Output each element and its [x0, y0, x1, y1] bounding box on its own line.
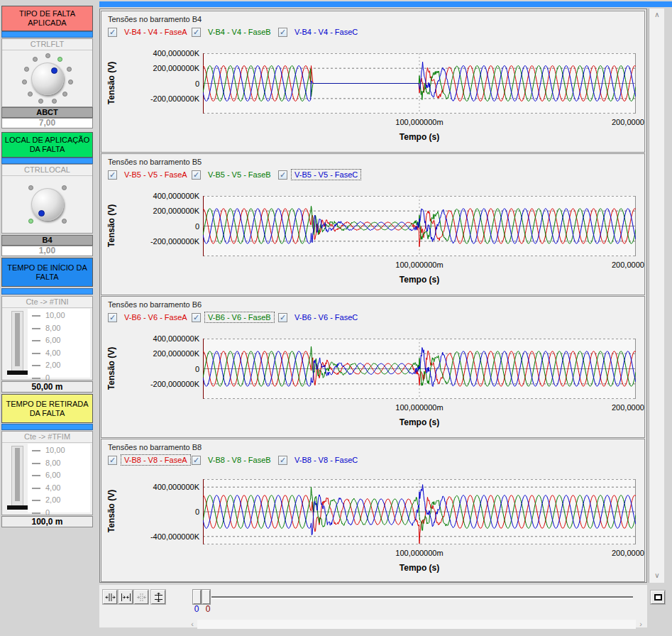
y-tick-label: -200,000000K: [141, 380, 199, 388]
chart-title: Tensões no barramento B4: [108, 15, 202, 23]
horizontal-scrollbar[interactable]: [197, 620, 636, 629]
plot-area: [203, 53, 636, 114]
x-axis-label: Tempo (s): [377, 132, 462, 142]
slider-scale-tick: 4,00: [32, 483, 60, 492]
cursor-thumb-2[interactable]: [202, 590, 210, 604]
legend-checkbox[interactable]: ✓: [192, 456, 201, 465]
hscroll-left-button[interactable]: ‹: [187, 620, 197, 629]
tini-value[interactable]: 50,00 m: [1, 381, 93, 393]
knob-dial[interactable]: [31, 62, 64, 95]
legend-label[interactable]: V-B4 - V4 - FaseC: [292, 27, 360, 37]
chart-title: Tensões no barramento B8: [108, 443, 202, 451]
ctrlflt-label-bar: ABCT: [1, 107, 93, 118]
ctrlflt-knob[interactable]: [2, 50, 92, 107]
fault-removal-header: TEMPO DE RETIRADA DA FALTA: [1, 394, 93, 423]
scroll-up-button[interactable]: ∧: [651, 9, 663, 21]
legend-label[interactable]: V-B4 - V4 - FaseB: [205, 27, 274, 37]
fit-x-button[interactable]: [134, 590, 148, 604]
cursor-thumb-1[interactable]: [193, 590, 201, 604]
tick-label: 2,00: [45, 495, 60, 504]
legend-row: ✓V-B8 - V8 - FaseA✓V-B8 - V8 - FaseB✓V-B…: [101, 455, 644, 468]
fault-removal-strip: [1, 424, 93, 430]
chart-panel: Tensões no barramento B6 ✓V-B6 - V6 - Fa…: [101, 296, 645, 438]
full-view-button[interactable]: [651, 591, 665, 604]
legend-item: ✓V-B6 - V6 - FaseB: [192, 312, 274, 322]
legend-label[interactable]: V-B8 - V8 - FaseB: [205, 455, 274, 465]
legend-checkbox[interactable]: ✓: [108, 456, 117, 465]
tick-dash: [32, 328, 40, 329]
y-tick-label: -400,000000K: [141, 532, 199, 541]
tini-slider-panel: Cte -> #TINI 10,008,006,004,002,000: [1, 296, 93, 380]
legend-item: ✓V-B8 - V8 - FaseC: [278, 455, 360, 465]
scroll-down-button[interactable]: ∨: [651, 570, 663, 582]
knob-tick-dot: [62, 219, 67, 224]
x-tick-label: 200,000000m: [612, 118, 645, 126]
legend-item: ✓V-B5 - V5 - FaseC: [278, 170, 360, 180]
waveform-svg: [203, 339, 636, 399]
expand-x-button[interactable]: [103, 590, 117, 604]
ctrllocal-caption: CTRLLOCAL: [2, 165, 92, 176]
legend-checkbox[interactable]: ✓: [108, 170, 117, 180]
legend-label[interactable]: V-B8 - V8 - FaseA: [121, 455, 190, 465]
legend-checkbox[interactable]: ✓: [192, 313, 201, 322]
fault-removal-header-label: TEMPO DE RETIRADA DA FALTA: [3, 400, 92, 418]
y-axis-label: Tensão (V): [106, 48, 116, 119]
ctrllocal-label-bar: B4: [1, 235, 93, 246]
legend-label[interactable]: V-B6 - V6 - FaseA: [121, 312, 190, 322]
legend-checkbox[interactable]: ✓: [192, 28, 201, 37]
x-tick-label: 100,000000m: [377, 118, 462, 126]
x-tick-label: 100,000000m: [377, 261, 462, 269]
y-tick-label: 200,000000K: [141, 349, 199, 358]
tick-dash: [32, 500, 40, 501]
ctrlflt-caption: CTRLFLT: [2, 39, 92, 50]
tick-dash: [32, 353, 40, 354]
tini-slider[interactable]: 10,008,006,004,002,000: [2, 308, 92, 381]
tfim-slider[interactable]: 10,008,006,004,002,000: [2, 443, 92, 516]
pane-titlebar[interactable]: [99, 1, 672, 7]
legend-label[interactable]: V-B8 - V8 - FaseC: [292, 455, 360, 465]
y-tick-label: -200,000000K: [141, 94, 199, 103]
slider-handle[interactable]: [7, 505, 28, 511]
legend-label[interactable]: V-B6 - V6 - FaseB: [205, 312, 274, 322]
fault-type-header: TIPO DE FALTA APLICADA: [1, 6, 93, 31]
legend-label[interactable]: V-B5 - V5 - FaseA: [121, 170, 190, 180]
knob-dial[interactable]: [31, 188, 64, 221]
legend-checkbox[interactable]: ✓: [278, 28, 287, 37]
compress-x-icon: [121, 592, 131, 603]
slider-scale-tick: 6,00: [32, 336, 60, 344]
legend-checkbox[interactable]: ✓: [108, 313, 117, 322]
knob-tick-dot: [22, 80, 27, 84]
compress-x-button[interactable]: [119, 590, 133, 604]
knob-indicator-dot: [38, 210, 45, 216]
tfim-value[interactable]: 100,0 m: [1, 516, 93, 527]
ctrllocal-value[interactable]: 1,00: [1, 246, 93, 256]
y-tick-label: -200,000000K: [141, 237, 199, 246]
x-tick-label: 200,000000m: [612, 549, 645, 557]
legend-label[interactable]: V-B5 - V5 - FaseC: [292, 170, 360, 180]
legend-checkbox[interactable]: ✓: [278, 456, 287, 465]
x-tick-label: 200,000000m: [612, 261, 645, 269]
legend-checkbox[interactable]: ✓: [278, 170, 287, 180]
legend-label[interactable]: V-B5 - V5 - FaseB: [205, 170, 274, 180]
ctrlflt-panel: CTRLFLT: [1, 38, 93, 107]
legend-row: ✓V-B5 - V5 - FaseA✓V-B5 - V5 - FaseB✓V-B…: [101, 170, 644, 182]
vertical-scrollbar[interactable]: ∧ ∨: [649, 9, 664, 583]
slider-track[interactable]: [11, 446, 23, 508]
y-tick-label: 400,000000K: [141, 334, 199, 343]
y-tick-label: 0: [141, 80, 199, 88]
hscroll-right-button[interactable]: ›: [636, 620, 646, 629]
legend-checkbox[interactable]: ✓: [192, 170, 201, 180]
knob-tick-dot: [33, 57, 38, 62]
slider-handle[interactable]: [7, 371, 28, 376]
y-tick-label: 200,000000K: [141, 64, 199, 72]
autoscale-y-button[interactable]: [151, 590, 165, 604]
ctrlflt-value[interactable]: 7,00: [1, 118, 93, 128]
legend-checkbox[interactable]: ✓: [278, 313, 287, 322]
legend-checkbox[interactable]: ✓: [108, 28, 117, 37]
ctrllocal-panel: CTRLLOCAL: [1, 164, 93, 234]
ctrllocal-knob[interactable]: [2, 176, 92, 233]
slider-track[interactable]: [11, 311, 23, 373]
cursor-slider-groove[interactable]: [211, 596, 633, 599]
legend-label[interactable]: V-B4 - V4 - FaseA: [121, 27, 190, 37]
legend-label[interactable]: V-B6 - V6 - FaseC: [292, 312, 360, 322]
